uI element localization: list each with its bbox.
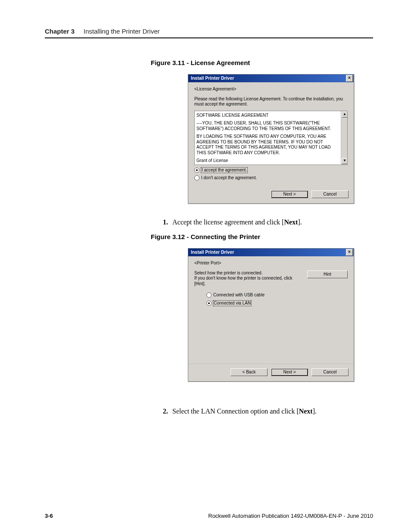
close-icon[interactable]: × xyxy=(346,249,353,256)
step-1: 1. Accept the license agreement and clic… xyxy=(160,218,373,226)
usb-radio-row[interactable]: Connected with USB cable xyxy=(206,292,348,298)
dialog-button-bar: < Back Next > Cancel xyxy=(188,364,354,382)
license-para-1: ----YOU, THE END USER, SHALL USE THIS SO… xyxy=(196,121,341,131)
radio-icon[interactable] xyxy=(194,175,199,180)
license-agreement-dialog: Install Printer Driver × <License Agreem… xyxy=(188,74,354,204)
accept-radio-label: I accept the agreement. xyxy=(201,168,247,173)
radio-icon[interactable] xyxy=(206,301,212,306)
dialog-title: Install Printer Driver xyxy=(191,75,234,81)
dialog-subheading: <Printer Port> xyxy=(194,261,348,266)
running-header: Chapter 3 Installing the Printer Driver xyxy=(45,28,373,38)
publication-line: Rockwell Automation Publication 1492-UM0… xyxy=(208,513,373,519)
step-text: Accept the license agreement and click [… xyxy=(172,218,302,226)
radio-icon[interactable] xyxy=(194,168,199,173)
dialog-body: <Printer Port> Select how the printer is… xyxy=(188,256,354,311)
license-text-scrollbox[interactable]: SOFTWARE LICENSE AGREEMENT ----YOU, THE … xyxy=(194,111,348,165)
cancel-button[interactable]: Cancel xyxy=(311,190,349,199)
figure-3-11-caption: Figure 3.11 - License Agreement xyxy=(151,59,373,66)
printer-port-intro-text: Select how the printer is connected. If … xyxy=(194,271,298,287)
license-para-2: BY LOADING THE SOFTWARE INTO ANY COMPUTE… xyxy=(196,134,341,156)
scroll-up-icon[interactable]: ▲ xyxy=(342,112,348,118)
figure-3-12-caption: Figure 3.12 - Connecting the Printer xyxy=(151,233,373,240)
dialog-titlebar[interactable]: Install Printer Driver × xyxy=(188,75,354,82)
license-grant-title: Grant of License xyxy=(196,158,341,164)
usb-radio-label: Connected with USB cable xyxy=(213,292,265,298)
step-number: 2. xyxy=(160,408,168,415)
page: Chapter 3 Installing the Printer Driver … xyxy=(0,0,411,532)
dialog-subheading: <License Agreement> xyxy=(194,87,348,92)
step-number: 1. xyxy=(160,218,168,226)
printer-port-dialog: Install Printer Driver × <Printer Port> … xyxy=(188,248,354,382)
page-footer: 3-6 Rockwell Automation Publication 1492… xyxy=(45,513,373,519)
dialog-titlebar[interactable]: Install Printer Driver × xyxy=(188,249,354,256)
close-icon[interactable]: × xyxy=(346,75,353,82)
chapter-title: Installing the Printer Driver xyxy=(84,28,160,35)
dialog-title: Install Printer Driver xyxy=(191,249,234,255)
page-number: 3-6 xyxy=(45,513,53,519)
lan-radio-row[interactable]: Connected via LAN xyxy=(206,301,348,306)
printer-port-intro-row: Select how the printer is connected. If … xyxy=(194,271,348,287)
decline-radio-label: I don't accept the agreement. xyxy=(201,175,257,181)
next-button[interactable]: Next > xyxy=(271,190,308,199)
decline-radio-row[interactable]: I don't accept the agreement. xyxy=(194,175,348,181)
step-text: Select the LAN Connection option and cli… xyxy=(172,408,317,415)
accept-radio-row[interactable]: I accept the agreement. xyxy=(194,168,348,173)
back-button[interactable]: < Back xyxy=(230,368,268,376)
dialog-body: <License Agreement> Please read the foll… xyxy=(188,82,354,186)
hint-button[interactable]: Hint xyxy=(307,271,348,279)
next-button[interactable]: Next > xyxy=(271,368,308,376)
radio-icon[interactable] xyxy=(206,292,212,298)
cancel-button[interactable]: Cancel xyxy=(311,368,349,376)
lan-radio-label: Connected via LAN xyxy=(213,301,251,306)
license-intro-text: Please read the following License Agreem… xyxy=(194,96,348,107)
license-title: SOFTWARE LICENSE AGREEMENT xyxy=(196,113,341,118)
step-2: 2. Select the LAN Connection option and … xyxy=(160,408,373,415)
dialog-button-bar: Next > Cancel xyxy=(188,186,354,204)
chapter-label: Chapter 3 xyxy=(45,28,75,35)
scroll-down-icon[interactable]: ▼ xyxy=(342,158,348,164)
scrollbar[interactable]: ▲ ▼ xyxy=(341,111,347,165)
